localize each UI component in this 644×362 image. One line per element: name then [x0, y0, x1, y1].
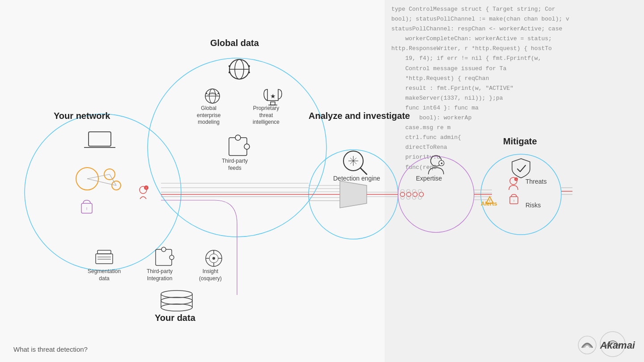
svg-text:★: ★	[440, 161, 443, 165]
detection-engine-label: Detection engine	[333, 174, 380, 182]
global-data-title: Global data	[210, 38, 259, 48]
third-party-integration-label: Third-partyIntegration	[147, 268, 173, 282]
svg-line-48	[87, 179, 116, 185]
analyze-title: Analyze and investigate	[309, 111, 410, 121]
segmentation-data-label: Segmentationdata	[88, 268, 121, 282]
mitigate-title: Mitigate	[503, 136, 537, 147]
svg-point-98	[212, 257, 215, 260]
svg-rect-86	[96, 254, 113, 264]
third-party-feeds-label: Third-partyfeeds	[222, 158, 248, 172]
your-data-title: Your data	[155, 313, 195, 323]
threats-label: Threats	[525, 177, 547, 185]
global-enterprise-label: Globalenterprisemodeling	[197, 105, 220, 126]
svg-point-57	[229, 65, 230, 67]
svg-text:!: !	[146, 186, 147, 189]
svg-point-99	[161, 290, 192, 298]
svg-text:!: !	[513, 199, 514, 203]
svg-text:!: !	[86, 206, 88, 211]
svg-point-64	[206, 93, 208, 94]
insight-osquery-label: Insight(osquery)	[199, 268, 222, 282]
svg-rect-41	[89, 132, 111, 146]
svg-point-13	[401, 189, 404, 193]
svg-point-70	[244, 144, 250, 149]
svg-text:★: ★	[270, 93, 276, 100]
svg-point-17	[401, 196, 404, 199]
svg-point-103	[161, 304, 192, 311]
svg-point-91	[169, 255, 174, 260]
main-diagram: ! ! !	[0, 0, 644, 362]
svg-point-60	[248, 72, 250, 73]
risks-label: Risks	[525, 201, 541, 209]
svg-rect-85	[97, 250, 111, 254]
svg-point-69	[235, 135, 241, 140]
svg-point-65	[218, 93, 219, 94]
mitigate-circle	[481, 154, 561, 235]
svg-point-59	[229, 72, 230, 73]
svg-point-90	[161, 247, 166, 252]
your-network-title: Your network	[54, 111, 110, 121]
akamai-logo-icon	[577, 335, 597, 355]
svg-line-72	[360, 168, 367, 174]
akamai-logo: Akamai	[577, 335, 635, 355]
your-network-circle	[25, 114, 181, 270]
proprietary-threat-label: Proprietarythreatintelligence	[253, 105, 280, 126]
expertise-label: Expertise	[416, 174, 442, 182]
svg-marker-34	[340, 181, 367, 208]
global-data-circle	[148, 58, 326, 237]
alerts-label: Alerts	[481, 200, 497, 208]
akamai-logo-text: Akamai	[600, 340, 635, 351]
bottom-label: What is threat detection?	[13, 345, 88, 353]
svg-point-58	[248, 65, 250, 67]
svg-point-102	[161, 297, 192, 304]
